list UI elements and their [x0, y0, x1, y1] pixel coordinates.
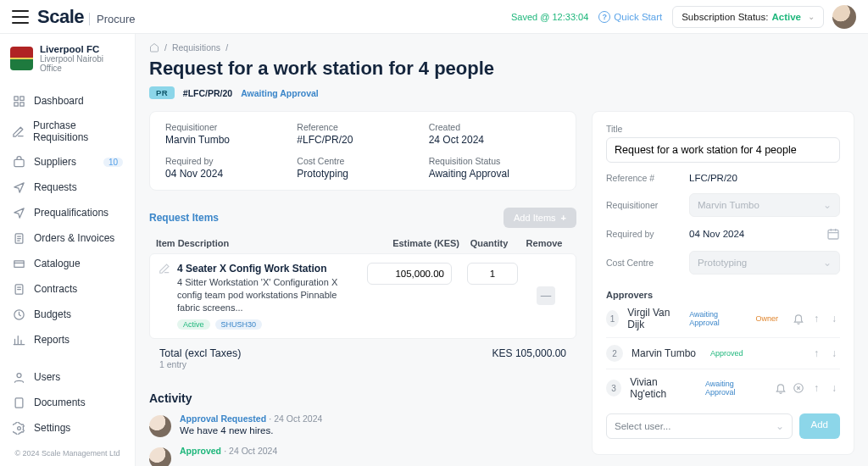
org-switcher[interactable]: Liverpool FC Liverpool Nairobi Office — [0, 34, 135, 85]
catalogue-icon — [12, 257, 25, 270]
approver-name: Marvin Tumbo — [632, 347, 696, 359]
sidebar-item-documents[interactable]: Documents — [0, 390, 135, 415]
summary-requisitioner-label: Requisitioner — [165, 122, 297, 132]
brand-logo: Scale — [37, 6, 84, 28]
remove-approver-icon[interactable] — [793, 382, 804, 394]
move-down-icon[interactable]: ↓ — [828, 382, 840, 394]
sidebar-item-catalogue[interactable]: Catalogue — [0, 251, 135, 276]
move-up-icon[interactable]: ↑ — [810, 347, 822, 359]
summary-requiredby-label: Required by — [165, 156, 297, 166]
move-up-icon[interactable]: ↑ — [810, 313, 822, 325]
sidebar-item-label: Users — [34, 371, 60, 383]
approver-owner-badge: Owner — [749, 313, 784, 324]
saved-indicator: Saved @ 12:33:04 — [511, 12, 588, 22]
ref-tag: #LFC/PR/20 — [183, 88, 232, 98]
sidebar-item-label: Documents — [34, 397, 86, 408]
subscription-status-button[interactable]: Subscription Status: Active ⌄ — [672, 6, 824, 28]
request-items-heading: Request Items — [149, 212, 219, 224]
sidebar-item-users[interactable]: Users — [0, 364, 135, 390]
sidebar-item-settings[interactable]: Settings — [0, 415, 135, 441]
panel-title-label: Title — [606, 124, 840, 134]
totals-row: Total (excl Taxes) 1 entry KES 105,000.0… — [149, 339, 576, 369]
page-tags: PR #LFC/PR/20 Awaiting Approval — [149, 86, 854, 99]
sidebar-item-label: Catalogue — [34, 258, 81, 269]
panel-title-input[interactable] — [606, 137, 840, 163]
breadcrumb-section[interactable]: Requisitions — [172, 42, 220, 53]
prequalifications-icon — [12, 206, 25, 219]
svg-rect-2 — [19, 102, 23, 105]
panel-costcentre-label: Cost Centre — [606, 258, 679, 268]
settings-icon — [12, 421, 25, 435]
home-icon[interactable] — [149, 42, 159, 53]
documents-icon — [12, 396, 25, 409]
brand: Scale Procure — [37, 6, 136, 28]
panel-requisitioner-value: Marvin Tumbo — [698, 200, 760, 210]
summary-created-value: 24 Oct 2024 — [429, 134, 560, 146]
sidebar-item-label: Reports — [34, 334, 70, 346]
chevron-down-icon: ⌄ — [808, 12, 815, 21]
add-approver-button[interactable]: Add — [799, 413, 840, 439]
edit-icon[interactable] — [159, 263, 170, 330]
sidebar-item-suppliers[interactable]: Suppliers10 — [0, 149, 135, 175]
svg-rect-4 — [14, 159, 23, 166]
sidebar-item-budgets[interactable]: Budgets — [0, 302, 135, 327]
sidebar-item-purchase-requisitions[interactable]: Purchase Requisitions — [0, 114, 135, 149]
requests-icon — [12, 180, 25, 194]
move-up-icon[interactable]: ↑ — [810, 382, 822, 394]
move-down-icon[interactable]: ↓ — [828, 347, 840, 359]
sidebar-item-reports[interactable]: Reports — [0, 327, 135, 352]
topbar: Scale Procure Saved @ 12:33:04 ? Quick S… — [0, 0, 868, 34]
sidebar-item-orders-invoices[interactable]: Orders & Invoices — [0, 225, 135, 251]
approver-order: 3 — [606, 380, 621, 397]
approver-order: 1 — [606, 310, 619, 327]
panel-requisitioner-label: Requisitioner — [606, 200, 679, 210]
calendar-icon[interactable] — [826, 227, 840, 241]
activity-row: Approval Requested · 24 Oct 2024We have … — [149, 413, 576, 437]
th-remove: Remove — [519, 238, 570, 248]
org-name: Liverpool FC — [40, 44, 125, 54]
user-avatar[interactable] — [832, 5, 856, 29]
sidebar-item-label: Settings — [34, 422, 70, 434]
summary-costcentre-value: Prototyping — [297, 168, 428, 180]
quantity-input[interactable] — [467, 263, 518, 285]
add-items-button[interactable]: Add Items + — [504, 208, 576, 228]
dashboard-icon — [12, 94, 25, 108]
menu-icon[interactable] — [12, 10, 29, 24]
activity-date: · 24 Oct 2024 — [269, 413, 322, 424]
sidebar-item-label: Suppliers — [34, 156, 76, 168]
item-status-chip: Active — [177, 319, 210, 330]
th-estimate: Estimate (KES) — [375, 238, 459, 248]
notify-icon[interactable] — [793, 313, 804, 325]
move-down-icon[interactable]: ↓ — [828, 313, 840, 325]
remove-item-button[interactable]: — — [537, 286, 555, 305]
item-desc: 4 Sitter Workstation 'X' Configuration X… — [177, 276, 360, 314]
sidebar-item-prequalifications[interactable]: Prequalifications — [0, 200, 135, 225]
svg-rect-1 — [19, 96, 23, 99]
sidebar-item-requests[interactable]: Requests — [0, 175, 135, 200]
notify-icon[interactable] — [775, 382, 787, 394]
brand-module: Procure — [89, 13, 136, 25]
orders-invoices-icon — [12, 231, 25, 245]
total-label: Total (excl Taxes) — [159, 347, 241, 359]
status-tag: Awaiting Approval — [241, 88, 319, 98]
approver-user-select[interactable]: Select user... ⌄ — [606, 413, 793, 439]
estimate-input[interactable] — [367, 263, 452, 285]
sidebar-item-label: Budgets — [34, 308, 71, 320]
quick-start-button[interactable]: ? Quick Start — [598, 11, 662, 23]
panel-required-label: Required by — [606, 229, 679, 239]
contracts-icon — [12, 282, 25, 296]
summary-reference-value: #LFC/PR/20 — [297, 134, 428, 146]
chevron-down-icon: ⌄ — [823, 257, 832, 269]
panel-costcentre-select[interactable]: Prototyping ⌄ — [689, 251, 840, 275]
activity-heading: Activity — [149, 391, 576, 405]
svg-rect-9 — [15, 397, 23, 407]
activity-date: · 24 Oct 2024 — [224, 446, 277, 456]
subscription-label: Subscription Status: — [682, 12, 768, 22]
panel-requisitioner-select[interactable]: Marvin Tumbo ⌄ — [689, 193, 840, 217]
svg-point-10 — [17, 426, 20, 430]
sidebar-item-dashboard[interactable]: Dashboard — [0, 88, 135, 114]
breadcrumbs: / Requisitions / — [149, 42, 854, 53]
sidebar-item-contracts[interactable]: Contracts — [0, 276, 135, 302]
nav-main: DashboardPurchase RequisitionsSuppliers1… — [0, 85, 135, 356]
activity-status: Approved — [180, 446, 221, 456]
